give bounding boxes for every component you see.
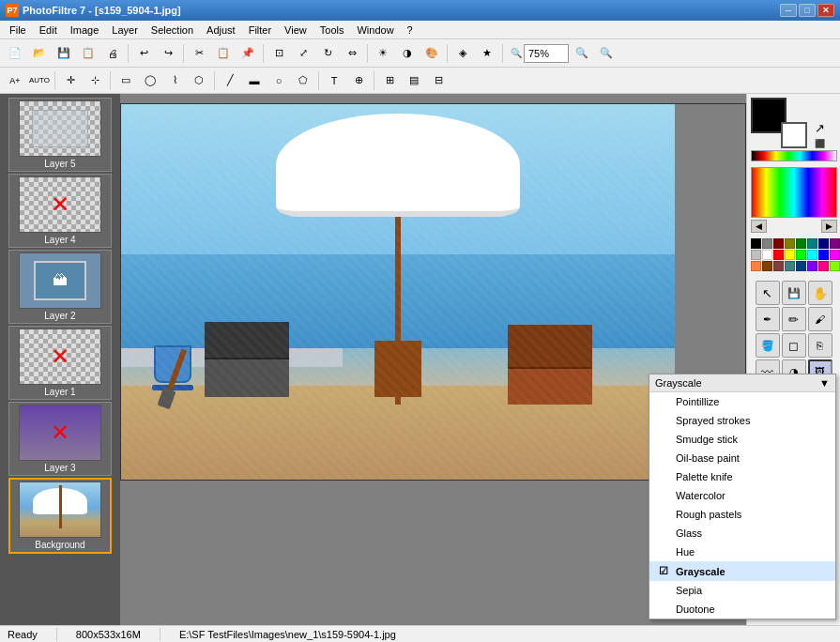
tool-clone[interactable]: ⎘ xyxy=(808,333,832,358)
rect-select-button[interactable]: ▭ xyxy=(115,69,137,92)
contrast-button[interactable]: ◑ xyxy=(396,42,419,65)
grid-button[interactable]: ⊞ xyxy=(378,69,401,92)
rotate-button[interactable]: ↻ xyxy=(316,42,339,65)
save-button[interactable]: 💾 xyxy=(53,42,75,65)
swatch-408080[interactable] xyxy=(785,261,795,271)
filter-item-pointillize[interactable]: Pointillize xyxy=(649,392,835,411)
swatch-8000ff[interactable] xyxy=(807,261,817,271)
swatch-008000[interactable] xyxy=(796,238,806,249)
menu-tools[interactable]: Tools xyxy=(314,23,350,38)
swatch-808080[interactable] xyxy=(762,238,772,249)
swatch-ffff00[interactable] xyxy=(785,250,795,260)
swatch-804040[interactable] xyxy=(773,261,784,271)
redo-button[interactable]: ↪ xyxy=(157,42,179,65)
color-swap-icon[interactable]: ↗ xyxy=(815,121,825,135)
filter-item-palette-knife[interactable]: Palette knife xyxy=(649,467,835,486)
color-next-button[interactable]: ▶ xyxy=(821,220,837,233)
lasso-button[interactable]: ⌇ xyxy=(163,69,186,92)
menu-edit[interactable]: Edit xyxy=(34,23,63,38)
filter-button[interactable]: ◈ xyxy=(451,42,474,65)
layer-item-layer5[interactable]: Layer 5 xyxy=(8,98,112,172)
swatch-008080[interactable] xyxy=(807,238,817,249)
paste-button[interactable]: 📌 xyxy=(237,42,259,65)
filter-dropdown[interactable]: Grayscale ▼ Pointillize Sprayed strokes … xyxy=(649,374,836,619)
circle-button[interactable]: ○ xyxy=(267,69,290,92)
hue-button[interactable]: 🎨 xyxy=(420,42,443,65)
stamp-button[interactable]: ⊕ xyxy=(347,69,370,92)
poly-select-button[interactable]: ⬡ xyxy=(188,69,210,92)
copy-button[interactable]: 📋 xyxy=(212,42,235,65)
tool-save[interactable]: 💾 xyxy=(782,281,806,305)
auto-button[interactable]: AUTO xyxy=(28,69,51,92)
line-button[interactable]: ╱ xyxy=(219,69,241,92)
swatch-000000[interactable] xyxy=(751,238,761,249)
cut-button[interactable]: ✂ xyxy=(188,42,210,65)
guide-button[interactable]: ⊟ xyxy=(427,69,450,92)
swatch-004080[interactable] xyxy=(796,261,806,271)
swatch-c0c0c0[interactable] xyxy=(751,250,761,260)
color-palette[interactable] xyxy=(751,167,837,218)
resize-button[interactable]: ⤢ xyxy=(292,42,314,65)
tool-pencil[interactable]: ✏ xyxy=(782,307,806,331)
zoom-in-button[interactable]: 🔍 xyxy=(595,42,618,65)
filter-item-oilpaint[interactable]: Oil-base paint xyxy=(649,449,835,467)
filter-item-smudge[interactable]: Smudge stick xyxy=(649,430,835,449)
background-color[interactable] xyxy=(781,122,807,148)
transform-button[interactable]: ⊹ xyxy=(84,69,106,92)
swatch-ffffff[interactable] xyxy=(762,250,772,260)
layer-item-layer4[interactable]: ✕ Layer 4 xyxy=(8,174,112,248)
swatch-ff00ff[interactable] xyxy=(830,250,840,260)
swatch-808000[interactable] xyxy=(785,238,795,249)
dropdown-header[interactable]: Grayscale ▼ xyxy=(649,374,835,392)
rect-button[interactable]: ▬ xyxy=(243,69,266,92)
tool-arrow[interactable]: ↖ xyxy=(756,281,780,305)
menu-layer[interactable]: Layer xyxy=(106,23,144,38)
swatch-ff8040[interactable] xyxy=(751,261,761,271)
swatch-ff0000[interactable] xyxy=(773,250,784,260)
tool-paintbrush[interactable]: 🖌 xyxy=(808,307,832,331)
menu-filter[interactable]: Filter xyxy=(243,23,277,38)
filter-item-glass[interactable]: Glass xyxy=(649,524,835,543)
menu-adjust[interactable]: Adjust xyxy=(201,23,241,38)
menu-selection[interactable]: Selection xyxy=(145,23,199,38)
menu-window[interactable]: Window xyxy=(351,23,399,38)
layer-item-background[interactable]: Background xyxy=(8,478,112,554)
minimize-button[interactable]: ─ xyxy=(780,4,797,17)
filter-item-sepia[interactable]: Sepia xyxy=(649,581,835,600)
tool-eraser[interactable]: ◻ xyxy=(782,333,806,358)
tool-hand[interactable]: ✋ xyxy=(808,281,832,305)
menu-image[interactable]: Image xyxy=(65,23,105,38)
ruler-button[interactable]: ▤ xyxy=(403,69,425,92)
swatch-804000[interactable] xyxy=(762,261,772,271)
filter-item-hue[interactable]: Hue xyxy=(649,543,835,561)
zoom-input[interactable] xyxy=(524,44,569,63)
brightness-button[interactable]: ☀ xyxy=(372,42,394,65)
text-button[interactable]: T xyxy=(323,69,345,92)
undo-button[interactable]: ↩ xyxy=(132,42,155,65)
move-button[interactable]: ✛ xyxy=(59,69,82,92)
polygon-button[interactable]: ⬠ xyxy=(292,69,314,92)
save-as-button[interactable]: 📋 xyxy=(77,42,99,65)
filter-item-rough-pastels[interactable]: Rough pastels xyxy=(649,505,835,524)
swatch-ff0080[interactable] xyxy=(818,261,829,271)
new-button[interactable]: 📄 xyxy=(4,42,26,65)
menu-file[interactable]: File xyxy=(4,23,32,38)
filter-item-watercolor[interactable]: Watercolor xyxy=(649,486,835,505)
color-spectrum[interactable] xyxy=(751,150,837,161)
tool-eyedropper[interactable]: ✒ xyxy=(756,307,780,331)
ellipse-select-button[interactable]: ◯ xyxy=(139,69,161,92)
swatch-00ffff[interactable] xyxy=(807,250,817,260)
zoom-out-button[interactable]: 🔍 xyxy=(571,42,593,65)
layer-item-layer1[interactable]: ✕ Layer 1 xyxy=(8,326,112,400)
select-all-button[interactable]: A+ xyxy=(4,69,26,92)
color-prev-button[interactable]: ◀ xyxy=(751,220,767,233)
swatch-800080[interactable] xyxy=(830,238,840,249)
filter-item-grayscale[interactable]: ☑ Grayscale xyxy=(649,561,835,581)
swatch-80ff00[interactable] xyxy=(830,261,840,271)
close-button[interactable]: ✕ xyxy=(817,4,834,17)
filter-item-sprayed[interactable]: Sprayed strokes xyxy=(649,411,835,430)
print-button[interactable]: 🖨 xyxy=(101,42,124,65)
color-reset-icon[interactable]: ⬛ xyxy=(815,139,825,148)
flip-button[interactable]: ⇔ xyxy=(341,42,363,65)
crop-button[interactable]: ⊡ xyxy=(267,42,290,65)
